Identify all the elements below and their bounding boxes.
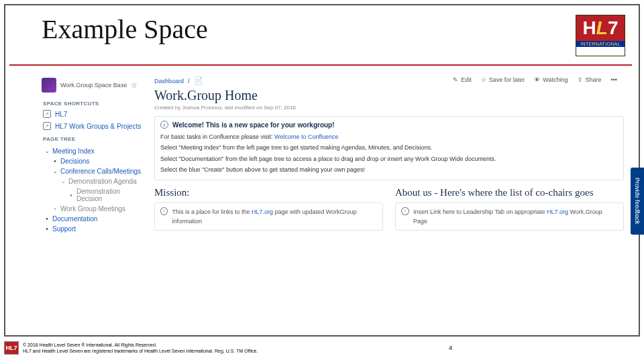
watching-button[interactable]: 👁Watching — [534, 76, 568, 83]
star-icon: ☆ — [481, 76, 486, 83]
tree-meeting-index[interactable]: ⌄Meeting Index — [42, 146, 148, 156]
chevron-down-icon: ⌄ — [60, 178, 66, 184]
bullet-icon: • — [52, 158, 58, 165]
pencil-icon: ✎ — [453, 76, 458, 83]
footer-logo: HL7 — [4, 341, 19, 355]
pagetree-label: PAGE TREE — [42, 132, 148, 143]
main-content: Dashboard / 📄 ✎Edit ☆Save for later 👁Wat… — [154, 76, 624, 302]
feedback-tab[interactable]: Provide feedback — [631, 168, 644, 235]
chevron-down-icon: ⌄ — [44, 148, 50, 154]
chevron-right-icon: › — [52, 206, 58, 212]
hl7-org-link[interactable]: HL7.org — [252, 208, 273, 215]
more-button[interactable]: ••• — [611, 76, 617, 83]
trademark: HL7 and Health Level Seven are registere… — [23, 348, 258, 354]
star-icon[interactable]: ☆ — [131, 81, 138, 90]
mission-heading: Mission: — [154, 184, 383, 202]
page-title: Work.Group Home — [154, 85, 624, 105]
hl7-logo: HL7 INTERNATIONAL — [576, 15, 625, 56]
mission-panel: i This is a place for links to the HL7.o… — [154, 202, 383, 231]
page-number: 4 — [449, 345, 452, 351]
share-icon: ⇪ — [578, 76, 583, 83]
welcome-panel: i Welcome! This is a new space for your … — [154, 116, 624, 180]
eye-icon: 👁 — [534, 76, 540, 83]
mission-column: Mission: i This is a place for links to … — [154, 184, 383, 235]
title-underline — [9, 64, 632, 66]
hl7-org-link[interactable]: HL7.org — [547, 208, 568, 215]
tree-conference-calls[interactable]: ⌄Conference Calls/Meetings — [42, 166, 148, 176]
more-icon: ••• — [611, 76, 617, 83]
shortcut-label: HL7 Work Groups & Projects — [55, 123, 141, 130]
slide-title: Example Space — [42, 13, 208, 45]
slide-footer: HL7 © 2018 Health Level Seven ® Internat… — [4, 338, 640, 358]
tree-support[interactable]: •Support — [42, 224, 148, 234]
shortcut-workgroups[interactable]: ↗ HL7 Work Groups & Projects — [42, 120, 148, 132]
copyright: © 2018 Health Level Seven ® Internationa… — [23, 342, 258, 348]
confluence-screenshot: Work.Group Space Base ☆ SPACE SHORTCUTS … — [42, 76, 624, 302]
bullet-icon: • — [68, 192, 74, 199]
link-icon: ↗ — [43, 122, 51, 130]
share-button[interactable]: ⇪Share — [578, 76, 602, 83]
tree-wg-meetings[interactable]: ›Work Group Meetings — [42, 204, 148, 214]
edit-button[interactable]: ✎Edit — [453, 76, 472, 83]
space-name: Work.Group Space Base — [60, 82, 127, 88]
tree-demo-decision[interactable]: •Demonstration Decision — [42, 186, 148, 204]
bullet-icon: • — [44, 215, 50, 223]
link-icon: ↗ — [43, 110, 51, 118]
info-icon: i — [401, 207, 409, 215]
info-icon: i — [160, 207, 168, 215]
save-for-later-button[interactable]: ☆Save for later — [481, 76, 525, 83]
sidebar: Work.Group Space Base ☆ SPACE SHORTCUTS … — [42, 76, 148, 302]
info-icon: i — [160, 121, 168, 129]
shortcuts-label: SPACE SHORTCUTS — [42, 97, 148, 108]
chevron-down-icon: ⌄ — [52, 168, 58, 174]
welcome-to-confluence-link[interactable]: Welcome to Confluence — [274, 133, 338, 140]
space-header[interactable]: Work.Group Space Base ☆ — [42, 76, 148, 97]
page-toolbar: ✎Edit ☆Save for later 👁Watching ⇪Share •… — [453, 76, 617, 83]
page-tree: ⌄Meeting Index •Decisions ⌄Conference Ca… — [42, 143, 148, 234]
bullet-icon: • — [44, 225, 50, 233]
about-column: About us - Here's where the list of co-c… — [395, 184, 624, 235]
shortcut-hl7[interactable]: ↗ HL7 — [42, 108, 148, 120]
welcome-heading: Welcome! This is a new space for your wo… — [172, 121, 335, 129]
page-icon: 📄 — [194, 76, 203, 85]
shortcut-label: HL7 — [55, 111, 67, 118]
breadcrumb-dashboard[interactable]: Dashboard — [154, 78, 184, 84]
byline: Created by Joshua Procious, last modifie… — [154, 105, 624, 116]
space-avatar — [42, 78, 56, 93]
tree-documentation[interactable]: •Documentation — [42, 214, 148, 224]
about-heading: About us - Here's where the list of co-c… — [395, 184, 624, 202]
tree-demo-agenda[interactable]: ⌄Demonstration Agenda — [42, 176, 148, 186]
about-panel: i Insert Link here to Leadership Tab on … — [395, 202, 624, 231]
tree-decisions[interactable]: •Decisions — [42, 156, 148, 166]
